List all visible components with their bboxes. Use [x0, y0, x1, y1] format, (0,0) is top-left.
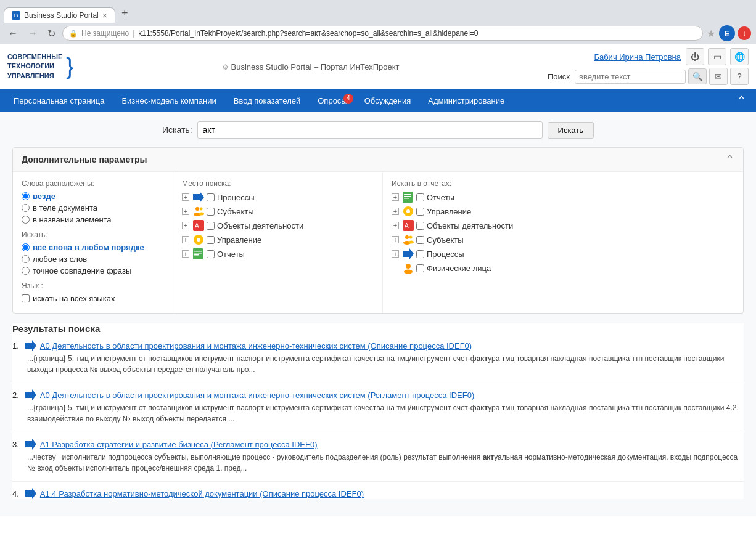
report-label-0: Отчеты [427, 193, 454, 202]
header-search-input[interactable] [575, 70, 686, 84]
browser-tab[interactable]: B Business Studio Portal × [4, 7, 115, 23]
report-item-5[interactable]: + Физические лица [392, 262, 734, 274]
report-checkbox-1[interactable] [416, 208, 424, 216]
rexpand-icon-4[interactable]: + [392, 250, 399, 258]
main-search-input[interactable] [197, 121, 543, 139]
place-item-3[interactable]: + Управление [182, 234, 374, 245]
user-name-link[interactable]: Бабич Ирина Петровна [594, 52, 681, 62]
params-body: Слова расположены: везде в теле документ… [13, 172, 743, 313]
search-option-1[interactable]: любое из слов [22, 254, 164, 264]
rexpand-icon-0[interactable]: + [392, 193, 399, 201]
report-checkbox-4[interactable] [416, 250, 424, 258]
svg-point-18 [406, 209, 410, 213]
address-bar[interactable]: 🔒 Не защищено | k11:5558/Portal_InTekhPr… [62, 26, 703, 41]
address-text: k11:5558/Portal_InTekhProyekt/search.php… [138, 29, 696, 38]
place-checkbox-2[interactable] [207, 222, 215, 230]
reload-button[interactable]: ↻ [44, 26, 59, 41]
report-item-0[interactable]: + Отчеты [392, 192, 734, 203]
result-link-0[interactable]: A0 Деятельность в области проектирования… [40, 341, 472, 351]
power-button[interactable]: ⏻ [686, 48, 704, 65]
result-item-1: 2. A0 Деятельность в области проектирова… [12, 389, 744, 424]
svg-marker-28 [25, 340, 36, 351]
place-checkbox-0[interactable] [207, 193, 215, 201]
lang-option-0[interactable]: искать на всех языках [22, 294, 164, 303]
svg-marker-29 [25, 389, 36, 400]
place-item-0[interactable]: + Процессы [182, 192, 374, 203]
svg-rect-12 [194, 254, 199, 256]
header-search-button[interactable]: 🔍 [688, 68, 707, 84]
globe-icon-button[interactable]: 🌐 [730, 48, 749, 65]
search-option-0[interactable]: все слова в любом порядке [22, 243, 164, 252]
expand-icon-2[interactable]: + [182, 222, 189, 229]
words-option-0[interactable]: везде [22, 192, 164, 201]
rphysical-icon-5 [403, 262, 414, 274]
new-tab-button[interactable]: + [115, 4, 134, 23]
search-group-title: Искать: [22, 230, 164, 239]
nav-admin[interactable]: Администрирование [419, 91, 513, 110]
svg-marker-0 [193, 192, 204, 203]
place-checkbox-4[interactable] [207, 250, 215, 258]
result-divider-1 [12, 432, 744, 432]
expand-icon-0[interactable]: + [182, 193, 189, 201]
nav-indicators[interactable]: Ввод показателей [225, 91, 310, 110]
nav-discussions[interactable]: Обсуждения [356, 91, 420, 110]
rexpand-icon-1[interactable]: + [392, 208, 399, 215]
place-item-1[interactable]: + Субъекты [182, 206, 374, 217]
close-tab-button[interactable]: × [102, 11, 107, 20]
place-checkbox-3[interactable] [207, 236, 215, 244]
nav-personal[interactable]: Персональная страница [5, 91, 113, 110]
header-action-icons: ⏻ ▭ 🌐 [686, 48, 749, 65]
result-header-2: 3. A1 Разработка стратегии и развитие би… [12, 439, 744, 450]
report-item-4[interactable]: + Процессы [392, 248, 734, 259]
tab-title: Business Studio Portal [24, 11, 99, 20]
params-col-mid: Место поиска: + Процессы + [173, 172, 383, 313]
report-checkbox-5[interactable] [416, 264, 424, 272]
svg-rect-14 [404, 194, 411, 195]
expand-icon-3[interactable]: + [182, 236, 189, 243]
svg-text:A: A [195, 222, 199, 229]
place-checkbox-1[interactable] [207, 208, 215, 216]
words-option-2[interactable]: в названии элемента [22, 215, 164, 224]
main-search-button[interactable]: Искать [548, 122, 594, 139]
place-item-2[interactable]: + A Объекты деятельности [182, 220, 374, 231]
expand-icon-1[interactable]: + [182, 208, 189, 215]
nav-surveys[interactable]: Опросы 4 [309, 91, 355, 110]
place-item-4[interactable]: + Отчеты [182, 248, 374, 259]
user-section: Бабич Ирина Петровна ⏻ ▭ 🌐 [594, 48, 749, 65]
place-title: Место поиска: [182, 179, 374, 188]
rexpand-icon-3[interactable]: + [392, 236, 399, 243]
profile-button[interactable]: E [719, 25, 735, 41]
update-button[interactable]: ↓ [738, 26, 751, 40]
result-link-3[interactable]: A1.4 Разработка нормативно-методической … [40, 489, 364, 498]
report-checkbox-0[interactable] [416, 193, 424, 201]
words-option-1[interactable]: в теле документа [22, 203, 164, 213]
search-option-2[interactable]: точное совпадение фразы [22, 266, 164, 275]
results-section: Результаты поиска 1. A0 Деятельность в о… [12, 323, 744, 499]
report-item-2[interactable]: + A Объекты деятельности [392, 220, 734, 231]
report-checkbox-3[interactable] [416, 236, 424, 244]
help-icon-button[interactable]: ? [730, 68, 749, 85]
svg-point-1 [195, 207, 199, 211]
result-num-2: 3. [12, 440, 19, 449]
logo-text-block: СОВРЕМЕННЫЕ ТЕХНОЛОГИИ УПРАВЛЕНИЯ [7, 52, 62, 81]
rexpand-icon-2[interactable]: + [392, 222, 399, 229]
params-collapse-button[interactable]: ⌃ [725, 153, 734, 166]
svg-marker-30 [25, 439, 36, 450]
nav-collapse-button[interactable]: ⌃ [732, 91, 751, 110]
result-item-2: 3. A1 Разработка стратегии и развитие би… [12, 439, 744, 474]
mail-icon-button[interactable]: ✉ [709, 68, 728, 85]
forward-button[interactable]: → [25, 26, 41, 41]
result-link-1[interactable]: A0 Деятельность в области проектирования… [40, 391, 474, 400]
nav-business-model[interactable]: Бизнес-модель компании [113, 91, 225, 110]
search-option-1-label: любое из слов [33, 254, 87, 264]
bookmark-button[interactable]: ★ [707, 28, 715, 39]
search-option-0-label: все слова в любом порядке [33, 243, 144, 252]
expand-icon-4[interactable]: + [182, 250, 189, 258]
tablet-icon-button[interactable]: ▭ [708, 48, 726, 65]
params-header: Дополнительные параметры ⌃ [13, 148, 743, 172]
report-item-1[interactable]: + Управление [392, 206, 734, 217]
back-button[interactable]: ← [5, 26, 21, 41]
report-checkbox-2[interactable] [416, 222, 424, 230]
result-link-2[interactable]: A1 Разработка стратегии и развитие бизне… [40, 440, 318, 449]
report-item-3[interactable]: + Субъекты [392, 234, 734, 245]
